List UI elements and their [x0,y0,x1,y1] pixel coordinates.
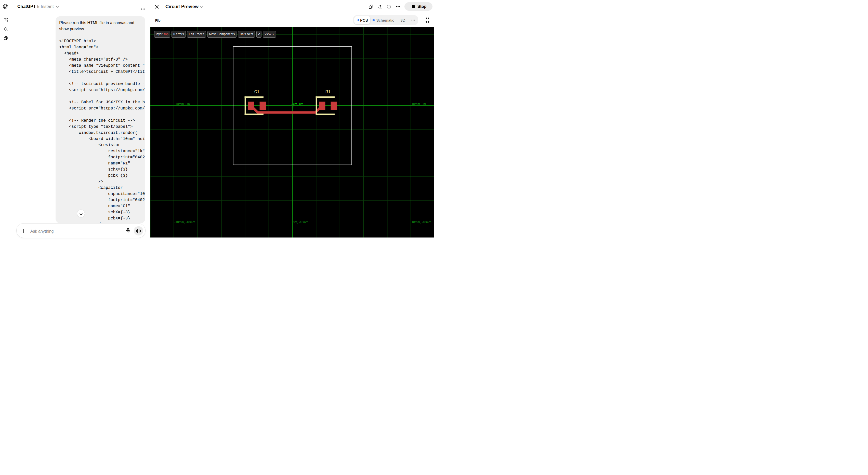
svg-text:C1: C1 [254,89,259,95]
svg-text:-10mm, 0m: -10mm, 0m [174,102,190,106]
svg-text:10mm, 0m: 10mm, 0m [411,102,426,106]
svg-text:0m, -10mm: 0m, -10mm [293,220,308,224]
svg-text:0m, 0m: 0m, 0m [293,102,303,106]
svg-text:10mm, -10mm: 10mm, -10mm [411,220,431,224]
svg-text:R1: R1 [325,89,331,95]
svg-text:-10mm, -10mm: -10mm, -10mm [174,220,195,224]
